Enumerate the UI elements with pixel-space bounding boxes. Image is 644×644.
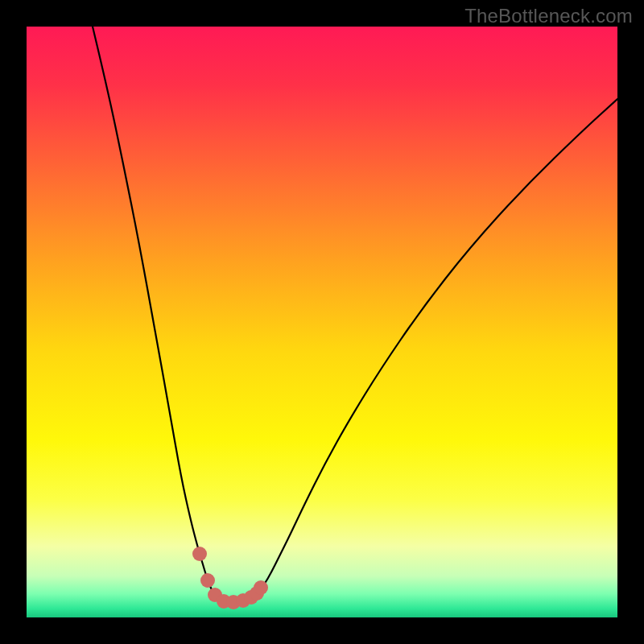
plot-area [27, 27, 617, 617]
curve-layer [27, 27, 617, 617]
highlight-markers [192, 547, 268, 609]
bottleneck-curve [93, 27, 617, 602]
marker-dot [192, 547, 207, 561]
watermark-text: TheBottleneck.com [464, 5, 633, 27]
marker-dot [254, 580, 268, 595]
outer-frame: TheBottleneck.com [0, 0, 644, 644]
marker-dot [200, 573, 215, 588]
